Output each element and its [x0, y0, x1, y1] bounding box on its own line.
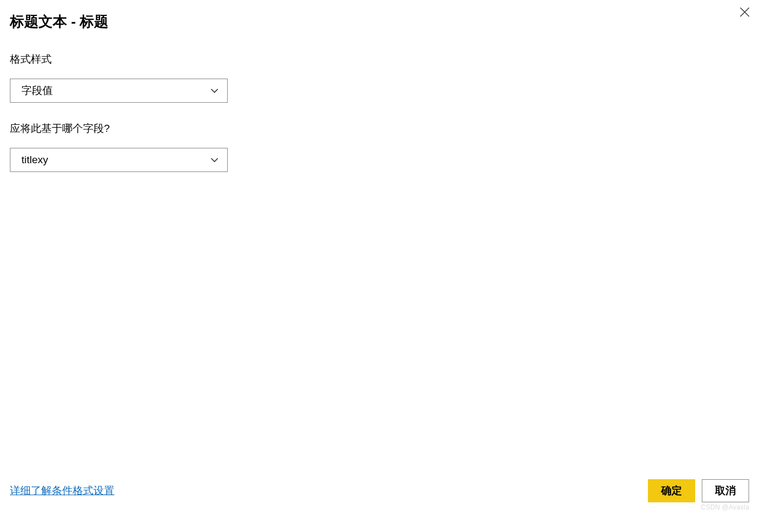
format-style-select[interactable]: 字段值 [10, 79, 228, 103]
close-icon [740, 7, 750, 17]
chevron-down-icon [210, 155, 219, 165]
watermark-text: CSDN @Avasla [701, 503, 749, 511]
dialog-footer: 详细了解条件格式设置 确定 取消 [10, 479, 749, 502]
learn-more-link[interactable]: 详细了解条件格式设置 [10, 484, 114, 498]
title-text-dialog: 标题文本 - 标题 格式样式 字段值 应将此基于哪个字段? titlexy 详细… [0, 0, 759, 532]
format-style-value: 字段值 [21, 84, 53, 98]
format-style-group: 格式样式 字段值 [10, 52, 749, 103]
cancel-button[interactable]: 取消 [702, 479, 749, 502]
base-field-select[interactable]: titlexy [10, 148, 228, 172]
close-button[interactable] [738, 5, 751, 19]
chevron-down-icon [210, 86, 219, 96]
button-row: 确定 取消 [648, 479, 749, 502]
base-field-value: titlexy [21, 154, 48, 166]
base-field-group: 应将此基于哪个字段? titlexy [10, 121, 749, 172]
base-field-label: 应将此基于哪个字段? [10, 121, 749, 136]
ok-button[interactable]: 确定 [648, 479, 695, 502]
format-style-label: 格式样式 [10, 52, 749, 66]
dialog-title: 标题文本 - 标题 [10, 12, 749, 31]
